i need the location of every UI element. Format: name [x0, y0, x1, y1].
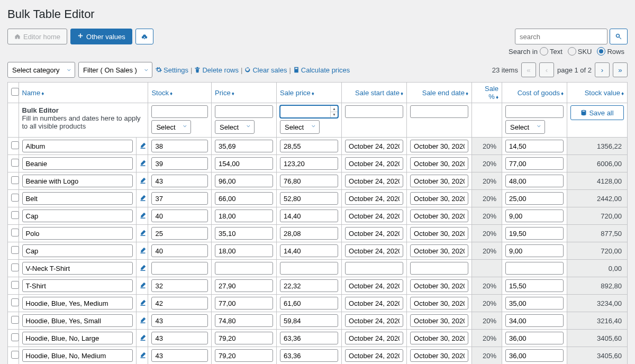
- name-input[interactable]: [22, 349, 133, 362]
- other-values-button[interactable]: Other values: [70, 29, 132, 44]
- cost-input[interactable]: [505, 349, 564, 362]
- sale-end-input[interactable]: [410, 262, 468, 275]
- search-button[interactable]: [610, 29, 628, 44]
- edit-icon[interactable]: [140, 299, 146, 307]
- edit-icon[interactable]: [140, 265, 146, 272]
- row-checkbox[interactable]: [11, 316, 19, 324]
- name-input[interactable]: [22, 332, 133, 344]
- price-input[interactable]: [215, 297, 273, 310]
- stock-input[interactable]: [151, 140, 208, 152]
- bulk-price-input[interactable]: [215, 105, 273, 118]
- sale-start-input[interactable]: [345, 349, 403, 362]
- row-checkbox[interactable]: [11, 263, 19, 271]
- page-last-button[interactable]: »: [613, 62, 628, 77]
- name-input[interactable]: [22, 192, 133, 205]
- sale-start-input[interactable]: [345, 314, 403, 327]
- sale-end-input[interactable]: [410, 279, 468, 292]
- price-input[interactable]: [215, 192, 273, 205]
- price-input[interactable]: [215, 244, 273, 257]
- price-input[interactable]: [215, 175, 273, 187]
- row-checkbox[interactable]: [11, 159, 19, 167]
- cost-input[interactable]: [505, 314, 564, 327]
- stock-input[interactable]: [151, 279, 208, 292]
- col-cost[interactable]: Cost of goods♦: [502, 83, 567, 103]
- price-input[interactable]: [215, 227, 273, 240]
- price-input[interactable]: [215, 349, 273, 362]
- sale-price-input[interactable]: [280, 349, 338, 362]
- edit-icon[interactable]: [140, 177, 146, 185]
- row-checkbox[interactable]: [11, 298, 19, 306]
- col-sale-price[interactable]: Sale price♦: [277, 83, 342, 103]
- cost-input[interactable]: [505, 210, 564, 222]
- sale-end-input[interactable]: [410, 210, 468, 222]
- bulk-sale-end-input[interactable]: [410, 105, 468, 118]
- sale-price-input[interactable]: [280, 157, 338, 170]
- sale-price-input[interactable]: [280, 227, 338, 240]
- sale-start-input[interactable]: [345, 244, 403, 257]
- radio-text[interactable]: Text: [540, 47, 563, 56]
- save-all-button[interactable]: Save all: [570, 105, 624, 120]
- col-sale-start[interactable]: Sale start date♦: [342, 83, 407, 103]
- export-button[interactable]: [135, 29, 153, 44]
- sale-start-input[interactable]: [345, 279, 403, 292]
- stepper-buttons[interactable]: ▲▼: [330, 106, 338, 117]
- col-sale-end[interactable]: Sale end date♦: [407, 83, 472, 103]
- bulk-price-select[interactable]: Select: [215, 120, 255, 134]
- sale-price-input[interactable]: [280, 332, 338, 344]
- cost-input[interactable]: [505, 279, 564, 292]
- price-input[interactable]: [215, 332, 273, 344]
- radio-rows[interactable]: Rows: [597, 47, 624, 56]
- settings-link[interactable]: Settings: [156, 66, 188, 74]
- stock-input[interactable]: [151, 349, 208, 362]
- stock-input[interactable]: [151, 157, 208, 170]
- sale-start-input[interactable]: [345, 192, 403, 205]
- price-input[interactable]: [215, 279, 273, 292]
- sale-price-input[interactable]: [280, 140, 338, 152]
- name-input[interactable]: [22, 175, 133, 187]
- cost-input[interactable]: [505, 297, 564, 310]
- stock-input[interactable]: [151, 314, 208, 327]
- sale-end-input[interactable]: [410, 297, 468, 310]
- edit-icon[interactable]: [140, 195, 146, 203]
- page-first-button[interactable]: «: [521, 62, 536, 77]
- col-price[interactable]: Price♦: [212, 83, 277, 103]
- row-checkbox[interactable]: [11, 211, 19, 219]
- sale-start-input[interactable]: [345, 262, 403, 275]
- edit-icon[interactable]: [140, 282, 146, 290]
- sale-price-input[interactable]: [280, 297, 338, 310]
- price-input[interactable]: [215, 140, 273, 152]
- cost-input[interactable]: [505, 244, 564, 257]
- radio-sku[interactable]: SKU: [568, 47, 592, 56]
- row-checkbox[interactable]: [11, 333, 19, 341]
- sale-start-input[interactable]: [345, 227, 403, 240]
- page-prev-button[interactable]: ‹: [539, 62, 554, 77]
- name-input[interactable]: [22, 244, 133, 257]
- row-checkbox[interactable]: [11, 194, 19, 202]
- sale-start-input[interactable]: [345, 157, 403, 170]
- sale-price-input[interactable]: [280, 314, 338, 327]
- sale-end-input[interactable]: [410, 140, 468, 152]
- sale-start-input[interactable]: [345, 175, 403, 187]
- name-input[interactable]: [22, 157, 133, 170]
- edit-icon[interactable]: [140, 334, 146, 342]
- page-next-button[interactable]: ›: [595, 62, 610, 77]
- sale-price-input[interactable]: [280, 262, 338, 275]
- price-input[interactable]: [215, 210, 273, 222]
- stock-input[interactable]: [151, 244, 208, 257]
- row-checkbox[interactable]: [11, 246, 19, 254]
- col-name[interactable]: Name♦: [19, 83, 148, 103]
- stock-input[interactable]: [151, 227, 208, 240]
- category-select[interactable]: Select category: [7, 62, 75, 78]
- row-checkbox[interactable]: [11, 176, 19, 184]
- sale-start-input[interactable]: [345, 140, 403, 152]
- row-checkbox[interactable]: [11, 281, 19, 289]
- sale-end-input[interactable]: [410, 157, 468, 170]
- bulk-stock-select[interactable]: Select: [151, 120, 191, 134]
- sale-end-input[interactable]: [410, 349, 468, 362]
- clear-sales-link[interactable]: Clear sales: [244, 66, 287, 74]
- sale-start-input[interactable]: [345, 332, 403, 344]
- bulk-stock-input[interactable]: [151, 105, 208, 118]
- calculate-link[interactable]: Calculate prices: [293, 66, 350, 74]
- edit-icon[interactable]: [140, 247, 146, 255]
- sale-price-input[interactable]: [280, 279, 338, 292]
